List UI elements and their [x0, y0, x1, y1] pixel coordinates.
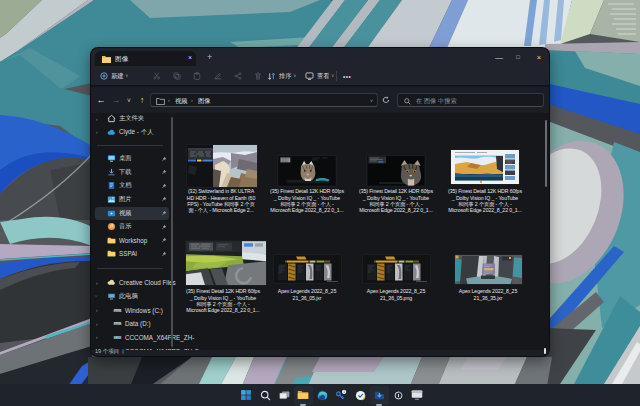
svg-text:1: 1	[343, 390, 345, 394]
